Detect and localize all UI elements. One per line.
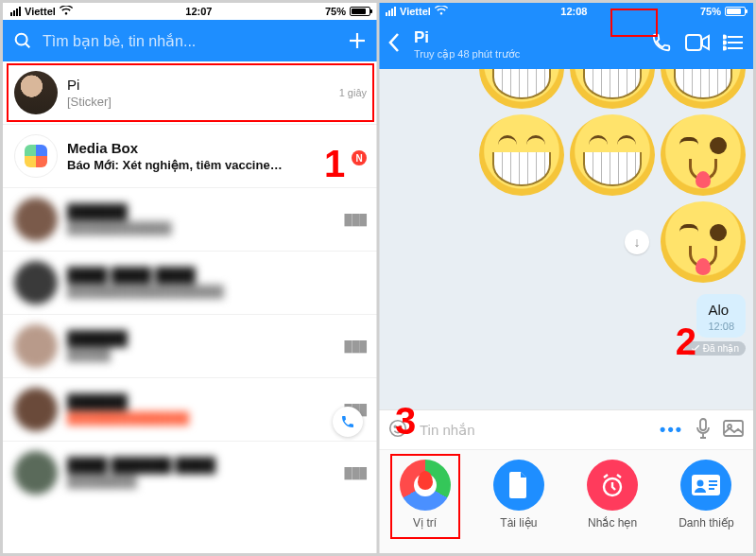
- chat-header: Pi Truy cập 48 phút trước: [378, 20, 753, 69]
- battery-icon: [350, 7, 370, 16]
- sticker-wink: [661, 114, 746, 196]
- voice-call-icon[interactable]: [651, 32, 672, 57]
- svg-point-0: [16, 34, 27, 45]
- sticker-grin: [479, 114, 564, 196]
- message-time: 12:08: [708, 321, 734, 332]
- avatar: [14, 71, 58, 114]
- alarm-icon: [587, 460, 638, 511]
- sticker-row: ↓: [386, 201, 746, 283]
- wifi-icon: [435, 6, 448, 17]
- svg-line-1: [26, 43, 29, 47]
- svg-rect-23: [709, 488, 714, 490]
- conversation-row-pi[interactable]: Pi [Sticker] 1 giây: [3, 61, 378, 124]
- status-bar: Viettel 12:07 75%: [3, 3, 378, 20]
- gallery-icon[interactable]: [723, 420, 744, 441]
- pane-chat-thread: Viettel 12:08 75% Pi Truy cập 48 phút tr…: [378, 3, 753, 553]
- status-bar: Viettel 12:08 75%: [378, 3, 753, 20]
- back-icon[interactable]: [387, 32, 401, 57]
- message-bubble-out[interactable]: Alo 12:08: [696, 294, 746, 338]
- svg-point-11: [723, 47, 726, 50]
- pane-chat-list: Viettel 12:07 75% Tìm bạn bè, tin nhắn..…: [3, 3, 378, 553]
- clock-label: 12:08: [560, 6, 587, 17]
- pane-divider: [377, 3, 380, 553]
- download-icon[interactable]: ↓: [625, 230, 649, 254]
- tray-label: Danh thiếp: [671, 516, 741, 530]
- tray-label: Nhắc hẹn: [577, 516, 647, 530]
- message-text: Alo: [708, 302, 734, 318]
- svg-point-13: [394, 426, 396, 427]
- conversation-preview: Báo Mới: Xét nghiệm, tiêm vaccine…: [67, 158, 342, 172]
- signal-icon: [10, 7, 21, 16]
- tray-item-contact[interactable]: Danh thiếp: [671, 460, 741, 530]
- search-input[interactable]: Tìm bạn bè, tin nhắn...: [43, 32, 336, 50]
- tray-item-docs[interactable]: Tài liệu: [484, 460, 554, 530]
- carrier-label: Viettel: [400, 6, 431, 17]
- sticker-grin: [479, 69, 564, 109]
- message-input[interactable]: Tin nhắn: [420, 422, 648, 439]
- sticker-grin: [661, 69, 746, 109]
- tray-item-reminder[interactable]: Nhắc hẹn: [577, 460, 647, 530]
- conversation-row-blurred[interactable]: ████ ██████ ████████████ ███: [3, 441, 378, 504]
- conversation-name: Media Box: [67, 140, 342, 156]
- svg-marker-5: [702, 36, 709, 49]
- signal-icon: [386, 7, 396, 16]
- tray-label: Tài liệu: [484, 516, 554, 530]
- chat-title: Pi: [414, 28, 638, 47]
- conversation-name: Pi: [67, 77, 330, 93]
- svg-point-12: [390, 420, 406, 436]
- menu-list-icon[interactable]: [723, 34, 744, 55]
- svg-rect-4: [686, 35, 701, 50]
- conversation-preview: [Sticker]: [67, 95, 330, 109]
- battery-pct: 75%: [700, 6, 721, 17]
- conversation-row-blurred[interactable]: ██████████████████ ███: [3, 187, 378, 251]
- carrier-label: Viettel: [25, 6, 56, 17]
- add-icon[interactable]: [346, 29, 369, 52]
- sticker-row: [386, 114, 746, 196]
- attachment-tray: Vị trí Tài liệu Nhắc hẹn Danh thiếp: [378, 449, 753, 553]
- search-icon[interactable]: [12, 30, 33, 51]
- conversation-list[interactable]: Pi [Sticker] 1 giây Media Box Báo Mới: X…: [3, 61, 378, 553]
- svg-rect-16: [724, 421, 743, 436]
- compose-bar: Tin nhắn •••: [378, 409, 753, 449]
- message-area[interactable]: ↓ Alo 12:08 Đã nhận: [378, 69, 753, 409]
- svg-point-14: [400, 426, 402, 427]
- battery-icon: [725, 7, 746, 16]
- conversation-time: 1 giây: [339, 87, 367, 98]
- svg-rect-21: [709, 480, 717, 482]
- wifi-icon: [60, 6, 73, 17]
- call-fab[interactable]: [333, 407, 363, 437]
- sticker-wink: [661, 201, 746, 283]
- delivery-receipt: Đã nhận: [684, 341, 746, 356]
- chat-presence: Truy cập 48 phút trước: [414, 48, 638, 61]
- sticker-row: [386, 75, 746, 109]
- search-header: Tìm bạn bè, tin nhắn...: [3, 20, 378, 61]
- clock-label: 12:07: [185, 6, 212, 17]
- battery-pct: 75%: [325, 6, 346, 17]
- tray-item-location[interactable]: Vị trí: [390, 460, 460, 530]
- tray-label: Vị trí: [390, 516, 460, 530]
- svg-point-10: [723, 42, 726, 44]
- sticker-picker-icon[interactable]: [387, 418, 408, 443]
- svg-rect-15: [700, 419, 706, 430]
- voice-record-icon[interactable]: [695, 418, 712, 443]
- svg-rect-22: [709, 484, 717, 486]
- svg-point-9: [723, 36, 726, 39]
- svg-point-20: [697, 480, 704, 487]
- location-icon: [400, 460, 451, 511]
- conversation-row-blurred[interactable]: ████ ████ ██████████████████████: [3, 251, 378, 314]
- conversation-row-blurred[interactable]: ████████████████████ ███: [3, 377, 378, 441]
- sticker-grin: [570, 114, 655, 196]
- document-icon: [493, 460, 544, 511]
- contact-card-icon: [680, 460, 731, 511]
- conversation-row-blurred[interactable]: ███████████ ███: [3, 314, 378, 377]
- video-call-icon[interactable]: [685, 34, 710, 55]
- sticker-grin: [570, 69, 655, 109]
- conversation-row-mediabox[interactable]: Media Box Báo Mới: Xét nghiệm, tiêm vacc…: [3, 124, 378, 187]
- more-options-icon[interactable]: •••: [660, 420, 683, 440]
- avatar: [14, 134, 58, 178]
- conversation-badge: N: [352, 147, 367, 165]
- screenshot-pair: Viettel 12:07 75% Tìm bạn bè, tin nhắn..…: [0, 0, 756, 556]
